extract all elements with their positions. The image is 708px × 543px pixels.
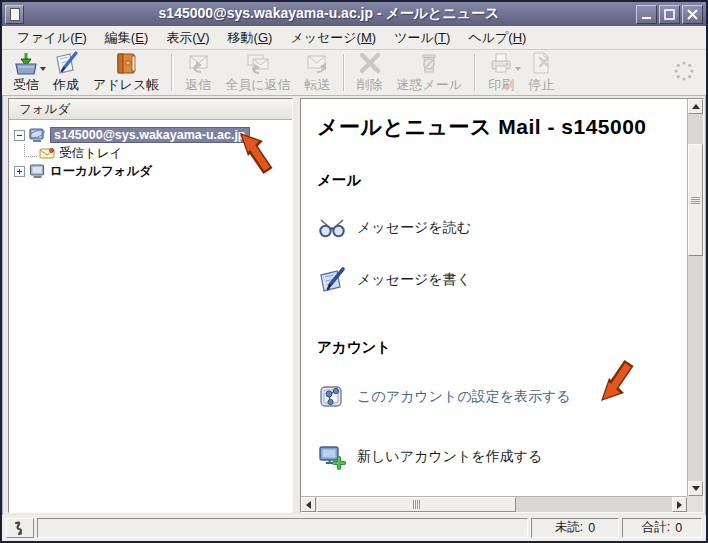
total-value: 0 [675,521,682,535]
menu-edit[interactable]: 編集(E) [96,27,157,49]
write-message-link[interactable]: メッセージを書く [357,271,471,289]
tree-row-account[interactable]: s145000@sys.wakayama-u.ac.jp [9,126,292,144]
delete-icon [357,51,383,76]
inbox-folder-label[interactable]: 受信トレイ [59,145,122,162]
window-menu-button[interactable] [5,5,24,24]
local-folders-icon [29,164,46,179]
titlebar[interactable]: s145000@sys.wakayama-u.ac.jp - メールとニュース [2,2,706,26]
address-book-icon [113,51,139,76]
toolbar-separator [343,54,345,91]
folder-pane-header-label: フォルダ [19,101,70,118]
write-message-row[interactable]: メッセージを書く [317,266,683,294]
folder-pane-header[interactable]: フォルダ [9,99,292,120]
tree-guide-line [24,144,37,157]
vertical-scroll-thumb[interactable] [688,144,703,256]
local-folders-label[interactable]: ローカルフォルダ [50,163,152,180]
glasses-icon [317,216,347,240]
get-mail-label: 受信 [13,76,39,94]
thumb-grip-icon [691,197,700,204]
read-messages-row[interactable]: メッセージを読む [317,216,683,240]
forward-button[interactable]: 転送 [298,51,338,94]
main-area: フォルダ s145000@sys.wakayama-u.ac.jp [2,96,706,515]
reply-all-button[interactable]: 全員に返信 [218,51,297,94]
menubar: ファイル(F) 編集(E) 表示(V) 移動(G) メッセージ(M) ツール(T… [2,26,706,50]
menu-file[interactable]: ファイル(F) [8,27,96,49]
print-button[interactable]: 印刷 [481,51,521,94]
junk-button[interactable]: 迷惑メール [390,51,470,94]
tree-row-local-folders[interactable]: ローカルフォルダ [9,162,292,180]
scroll-up-button[interactable] [688,99,703,114]
menu-tools[interactable]: ツール(T) [385,27,459,49]
accounts-section-heading: アカウント [317,338,683,357]
create-account-row[interactable]: 新しいアカウントを作成する [317,443,683,471]
horizontal-scrollbar[interactable] [301,496,687,512]
stop-button[interactable]: 停止 [521,51,561,94]
horizontal-scroll-thumb[interactable] [317,497,516,512]
print-icon [488,51,514,76]
start-page-title: メールとニュース Mail - s145000 [317,113,683,141]
get-mail-icon [13,51,39,76]
read-messages-link[interactable]: メッセージを読む [357,219,471,237]
junk-icon [416,51,442,76]
application-window: s145000@sys.wakayama-u.ac.jp - メールとニュース … [0,0,708,543]
scroll-right-button[interactable] [672,497,687,512]
status-text-field [37,518,528,538]
stop-icon [528,51,554,76]
scroll-left-button[interactable] [301,497,316,512]
compose-button[interactable]: 作成 [46,51,86,94]
scroll-down-button[interactable] [688,481,703,496]
address-book-button[interactable]: アドレス帳 [86,51,166,94]
create-account-link[interactable]: 新しいアカウントを作成する [357,448,542,466]
down-arrow-icon [692,486,700,491]
new-account-icon [317,443,347,471]
folder-pane: フォルダ s145000@sys.wakayama-u.ac.jp [8,98,293,513]
expand-expander-icon[interactable] [14,166,25,177]
unread-label: 未読: [555,519,583,536]
inbox-icon [39,147,55,160]
close-icon [687,9,698,20]
vertical-scroll-track[interactable] [688,114,703,481]
menu-go[interactable]: 移動(G) [219,27,282,49]
unread-count: 未読: 0 [531,518,619,538]
reply-all-label: 全員に返信 [225,76,290,94]
account-settings-icon [317,383,347,411]
content-pane: メールとニュース Mail - s145000 メール メッセージを読む [300,98,704,513]
toolbar-separator [171,54,173,91]
total-label: 合計: [642,519,670,536]
compose-label: 作成 [53,76,79,94]
reply-button[interactable]: 返信 [178,51,218,94]
unread-value: 0 [588,521,595,535]
maximize-button[interactable] [659,5,680,24]
thumb-grip-icon [413,500,420,509]
right-arrow-icon [677,501,682,509]
write-message-icon [317,266,347,294]
start-page: メールとニュース Mail - s145000 メール メッセージを読む [301,99,687,496]
print-label: 印刷 [488,76,514,94]
tree-row-inbox[interactable]: 受信トレイ [9,144,292,162]
get-mail-button[interactable]: 受信 [6,51,46,94]
folder-tree: s145000@sys.wakayama-u.ac.jp 受信トレイ [9,120,292,512]
throbber-icon [672,59,696,87]
online-status-button[interactable] [6,518,34,538]
total-count: 合計: 0 [622,518,702,538]
scrollbar-corner [687,496,703,512]
server-icon [29,128,46,143]
view-account-settings-link[interactable]: このアカウントの設定を表示する [357,388,571,406]
menu-help[interactable]: ヘルプ(H) [459,27,535,49]
horizontal-scroll-track[interactable] [316,497,672,512]
menu-message[interactable]: メッセージ(M) [281,27,385,49]
window-title: s145000@sys.wakayama-u.ac.jp - メールとニュース [24,5,634,23]
junk-label: 迷惑メール [397,76,463,94]
vertical-scrollbar[interactable] [687,99,703,496]
online-status-icon [12,520,28,536]
collapse-expander-icon[interactable] [14,130,25,141]
pane-splitter[interactable] [293,98,300,513]
account-folder-label[interactable]: s145000@sys.wakayama-u.ac.jp [50,127,250,143]
delete-button[interactable]: 削除 [350,51,390,94]
statusbar: 未読: 0 合計: 0 [2,515,706,541]
account-settings-row[interactable]: このアカウントの設定を表示する [317,383,683,411]
minimize-button[interactable] [636,5,657,24]
stop-label: 停止 [528,76,554,94]
close-button[interactable] [682,5,703,24]
menu-view[interactable]: 表示(V) [157,27,218,49]
